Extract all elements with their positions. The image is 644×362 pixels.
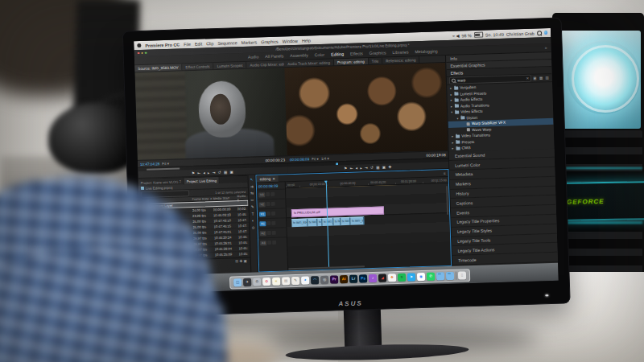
dock-icon[interactable]: ≡ xyxy=(272,277,280,285)
sequence-tab[interactable]: editing✕ xyxy=(257,175,279,183)
disclosure-icon[interactable]: ▸ xyxy=(449,86,452,90)
column-media-start[interactable]: Media Start xyxy=(213,195,237,200)
workspace-tab[interactable]: Color xyxy=(315,52,325,57)
tool-icon[interactable]: T xyxy=(252,212,254,216)
tool-icon[interactable]: ◐ xyxy=(252,219,254,223)
track-mute-icon[interactable] xyxy=(271,212,275,216)
close-tab-icon[interactable]: ✕ xyxy=(272,176,275,180)
dock-icon[interactable]: ✆ xyxy=(427,272,435,280)
disclosure-icon[interactable]: ▸ xyxy=(449,93,452,97)
timeline-clip[interactable]: fx IMG xyxy=(333,217,341,225)
dock-icon[interactable]: Ai xyxy=(340,274,348,282)
panel-tab[interactable]: Title xyxy=(369,58,383,65)
menu-item[interactable]: Edit xyxy=(195,41,202,46)
tool-icon[interactable]: ⇆ xyxy=(250,191,254,195)
panel-tab[interactable]: Program: editing xyxy=(334,58,369,65)
track-mute-icon[interactable] xyxy=(271,202,275,206)
source-monitor-video[interactable] xyxy=(134,68,287,160)
track-target-button[interactable]: A2 xyxy=(260,231,266,236)
wifi-volume-icons[interactable]: ≈ ◀ xyxy=(452,33,460,38)
window-controls[interactable] xyxy=(138,51,147,54)
dock-icon[interactable]: ✦ xyxy=(301,276,309,284)
track-lock-icon[interactable] xyxy=(267,231,271,235)
dock-icon[interactable]: Ps xyxy=(359,274,367,282)
dock-icon[interactable]: ≈ xyxy=(398,273,406,281)
workspace-tab[interactable]: Metalogging xyxy=(415,48,437,54)
program-timecode[interactable]: 00:00:08:09 xyxy=(290,157,309,162)
timeline-clip[interactable]: fx IMG_9358 xyxy=(341,216,350,224)
dock-icon[interactable]: ◢ xyxy=(378,274,386,282)
track-lock-icon[interactable] xyxy=(266,212,270,216)
clear-search-icon[interactable]: ✕ xyxy=(526,76,529,80)
dock-icon[interactable]: ◉ xyxy=(417,272,425,280)
track-lock-icon[interactable] xyxy=(266,202,270,206)
disclosure-icon[interactable]: ▸ xyxy=(451,134,454,138)
track-target-button[interactable]: A3 xyxy=(260,241,266,245)
tool-icon[interactable]: ✂ xyxy=(250,198,254,202)
source-zoom-select[interactable]: Fit ▾ xyxy=(162,161,169,165)
dock-icon[interactable] xyxy=(456,271,456,279)
dock-icon[interactable]: ✈ xyxy=(243,278,251,286)
menu-item[interactable]: Help xyxy=(302,38,311,43)
dock-icon[interactable] xyxy=(446,271,454,279)
workspace-tab[interactable]: Assembly xyxy=(290,52,308,58)
dock-icon[interactable]: ◫ xyxy=(233,278,242,286)
track-target-button[interactable]: V1 xyxy=(259,212,266,216)
panel-tab[interactable]: Project: Live Editing xyxy=(184,177,220,184)
siri-icon[interactable] xyxy=(544,31,548,35)
effects-panel-icons[interactable]: ▣ ▦ ▥ xyxy=(533,76,550,80)
workspace-tab[interactable]: Libraries xyxy=(392,49,408,55)
menu-item[interactable]: Markers xyxy=(242,39,258,45)
track-mute-icon[interactable] xyxy=(272,231,276,235)
dock-icon[interactable]: ➤ xyxy=(407,273,415,281)
track-mute-icon[interactable] xyxy=(272,241,276,245)
disclosure-icon[interactable]: ▾ xyxy=(456,116,459,120)
column-framerate[interactable]: Frame Rate ∧ xyxy=(192,196,213,201)
disclosure-icon[interactable]: ▸ xyxy=(450,98,453,102)
workspace-tab[interactable]: Audio xyxy=(248,54,258,59)
track-lock-icon[interactable] xyxy=(266,221,270,225)
track-target-button[interactable]: A1 xyxy=(259,221,266,226)
track-lock-icon[interactable] xyxy=(267,241,271,245)
disclosure-icon[interactable]: ▸ xyxy=(450,105,453,109)
dock-icon[interactable]: Pr xyxy=(330,275,338,283)
panel-tab[interactable]: Audio Clip Mixer: editing xyxy=(246,60,284,68)
program-resolution-select[interactable]: 1/4 ▾ xyxy=(321,156,329,160)
disclosure-icon[interactable]: ▸ xyxy=(451,146,454,150)
disclosure-icon[interactable]: ▾ xyxy=(450,110,453,114)
panel-menu-icon[interactable]: ≡ xyxy=(444,171,448,175)
timeline-clip[interactable]: fx IMG_9347.MOV xyxy=(291,218,308,227)
track-mute-icon[interactable] xyxy=(270,192,275,196)
timeline-clip[interactable]: fx IMG_9362.MOV xyxy=(350,216,364,225)
user-name[interactable]: Christian Grab xyxy=(506,31,535,36)
workspace-tab[interactable]: All Panels xyxy=(265,53,283,59)
timeline-clip[interactable]: fx IMG_9350 xyxy=(308,218,317,226)
menu-item[interactable]: Clip xyxy=(206,41,213,46)
menu-item[interactable]: Sequence xyxy=(217,40,237,46)
track-mute-icon[interactable] xyxy=(271,221,275,225)
track-target-button[interactable]: V3 xyxy=(258,192,265,197)
program-zoom-select[interactable]: Fit ▾ xyxy=(312,157,319,161)
dock-icon[interactable]: ✎ xyxy=(291,276,299,284)
dock-icon[interactable]: ⚙ xyxy=(253,278,261,286)
dock-icon[interactable] xyxy=(436,272,444,280)
new-item-icons[interactable]: ⊞ ✚ ▣ xyxy=(235,259,247,263)
menu-item[interactable]: Graphics xyxy=(261,39,279,44)
source-timecode[interactable]: 10:47:04:28 xyxy=(140,162,159,167)
track-target-button[interactable]: V2 xyxy=(259,202,266,207)
disclosure-icon[interactable]: ▸ xyxy=(451,141,454,145)
workspace-overflow-icon[interactable]: » xyxy=(545,45,547,50)
dock-icon[interactable]: ❖ xyxy=(388,274,396,282)
tool-icon[interactable]: ↖ xyxy=(250,178,254,182)
workspace-tab[interactable]: Editing xyxy=(331,51,344,56)
tool-icon[interactable]: ⇉ xyxy=(250,184,254,188)
timeline-tracks-area[interactable]: fx PRELUDIUM.aiff fx IMG_9347.MOVfx IMG_… xyxy=(286,183,450,246)
panel-tab[interactable]: Lumetri Scopes xyxy=(213,62,246,69)
workspace-tab[interactable]: Effects xyxy=(350,51,363,56)
track-lock-icon[interactable] xyxy=(266,192,270,196)
tool-icon[interactable]: ✎ xyxy=(251,205,254,209)
app-menu-title[interactable]: Premiere Pro CC xyxy=(145,42,180,47)
spotlight-search-icon[interactable] xyxy=(537,31,542,35)
dock-icon[interactable]: ✿ xyxy=(262,278,270,286)
dock-icon[interactable]: ◠ xyxy=(311,276,319,284)
